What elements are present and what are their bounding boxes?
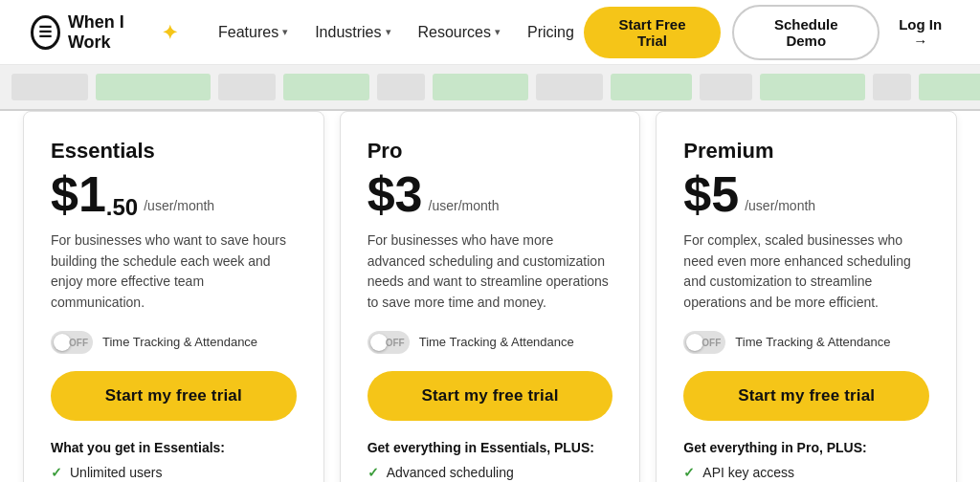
- nav-left: ☰ When I Work ✦ Features ▾ Industries ▾ …: [31, 12, 584, 53]
- logo-icon: ☰: [31, 15, 60, 50]
- strip-block-12: [919, 74, 980, 100]
- hero-strip: [0, 65, 980, 111]
- price-period-premium: /user/month: [745, 198, 815, 219]
- strip-block-11: [873, 74, 911, 100]
- list-item: ✓ API key access: [683, 465, 929, 480]
- logo[interactable]: ☰ When I Work ✦: [31, 12, 178, 53]
- features-title-pro: Get everything in Essentials, PLUS:: [368, 440, 613, 455]
- price-dollar-pro: $3: [368, 169, 423, 219]
- toggle-tracking-essentials[interactable]: OFF: [51, 331, 93, 354]
- nav-industries[interactable]: Industries ▾: [305, 18, 400, 47]
- strip-block-10: [760, 74, 865, 100]
- feature-list-pro: ✓ Advanced scheduling ✓ Scheduling rules…: [368, 465, 613, 482]
- check-icon: ✓: [683, 465, 695, 480]
- features-title-essentials: What you get in Essentials:: [51, 440, 297, 455]
- toggle-row-essentials: OFF Time Tracking & Attendance: [51, 331, 297, 354]
- cta-essentials[interactable]: Start my free trial: [51, 371, 297, 421]
- plan-pro-price: $3 /user/month: [368, 169, 613, 219]
- price-period-essentials: /user/month: [144, 198, 214, 219]
- strip-block-5: [377, 74, 425, 100]
- schedule-demo-button[interactable]: Schedule Demo: [732, 5, 880, 60]
- price-dollar-essentials: $1: [51, 169, 106, 219]
- nav-right: Start Free Trial Schedule Demo Log In →: [584, 5, 949, 60]
- features-title-premium: Get everything in Pro, PLUS:: [683, 440, 929, 455]
- check-icon: ✓: [368, 465, 379, 480]
- toggle-row-pro: OFF Time Tracking & Attendance: [368, 331, 613, 354]
- price-cents-essentials: .50: [106, 188, 138, 219]
- plan-essentials-desc: For businesses who want to save hours bu…: [51, 230, 297, 314]
- strip-block-4: [283, 74, 369, 100]
- feature-list-essentials: ✓ Unlimited users ✓ Auto Scheduling ✓ Mu…: [51, 465, 297, 482]
- strip-block-9: [700, 74, 752, 100]
- strip-block-1: [11, 74, 88, 100]
- plan-premium-name: Premium: [683, 139, 929, 164]
- check-icon: ✓: [51, 465, 62, 480]
- plan-pro-desc: For businesses who have more advanced sc…: [368, 230, 613, 314]
- login-button[interactable]: Log In →: [891, 16, 949, 49]
- toggle-label-pro: Time Tracking & Attendance: [419, 335, 574, 349]
- strip-block-6: [433, 74, 528, 100]
- toggle-row-premium: OFF Time Tracking & Attendance: [683, 331, 929, 354]
- nav-links: Features ▾ Industries ▾ Resources ▾ Pric…: [209, 18, 584, 47]
- plan-pro-name: Pro: [368, 139, 613, 164]
- cta-premium[interactable]: Start my free trial: [683, 371, 929, 421]
- chevron-down-icon: ▾: [282, 26, 288, 38]
- toggle-tracking-pro[interactable]: OFF: [368, 331, 410, 354]
- plan-essentials-name: Essentials: [51, 139, 297, 164]
- list-item: ✓ Advanced scheduling: [368, 465, 613, 480]
- plan-essentials: Essentials $1 .50 /user/month For busine…: [23, 111, 324, 482]
- plan-premium-price: $5 /user/month: [683, 169, 929, 219]
- navbar: ☰ When I Work ✦ Features ▾ Industries ▾ …: [0, 0, 980, 65]
- price-dollar-premium: $5: [683, 169, 739, 219]
- plan-premium-desc: For complex, scaled businesses who need …: [683, 230, 929, 314]
- chevron-down-icon: ▾: [386, 26, 391, 38]
- strip-block-8: [611, 74, 692, 100]
- plan-premium: Premium $5 /user/month For complex, scal…: [656, 111, 957, 482]
- logo-text: When I Work: [68, 12, 154, 53]
- hero-strip-inner: [0, 74, 980, 100]
- logo-asterisk: ✦: [162, 21, 178, 44]
- strip-block-7: [536, 74, 603, 100]
- strip-block-2: [96, 74, 211, 100]
- start-free-trial-button[interactable]: Start Free Trial: [584, 7, 721, 58]
- toggle-tracking-premium[interactable]: OFF: [683, 331, 725, 354]
- pricing-section: Essentials $1 .50 /user/month For busine…: [0, 111, 980, 482]
- nav-pricing[interactable]: Pricing: [518, 18, 584, 47]
- chevron-down-icon: ▾: [495, 26, 501, 38]
- toggle-label-essentials: Time Tracking & Attendance: [102, 335, 257, 349]
- price-period-pro: /user/month: [429, 198, 500, 219]
- strip-block-3: [218, 74, 276, 100]
- plan-pro: Pro $3 /user/month For businesses who ha…: [340, 111, 641, 482]
- toggle-label-premium: Time Tracking & Attendance: [735, 335, 890, 349]
- feature-list-premium: ✓ API key access ✓ Webhooks ✓ SAML/SSO: [683, 465, 929, 482]
- list-item: ✓ Unlimited users: [51, 465, 297, 480]
- nav-resources[interactable]: Resources ▾: [409, 18, 510, 47]
- cta-pro[interactable]: Start my free trial: [368, 371, 613, 421]
- nav-features[interactable]: Features ▾: [209, 18, 298, 47]
- plan-essentials-price: $1 .50 /user/month: [51, 169, 297, 219]
